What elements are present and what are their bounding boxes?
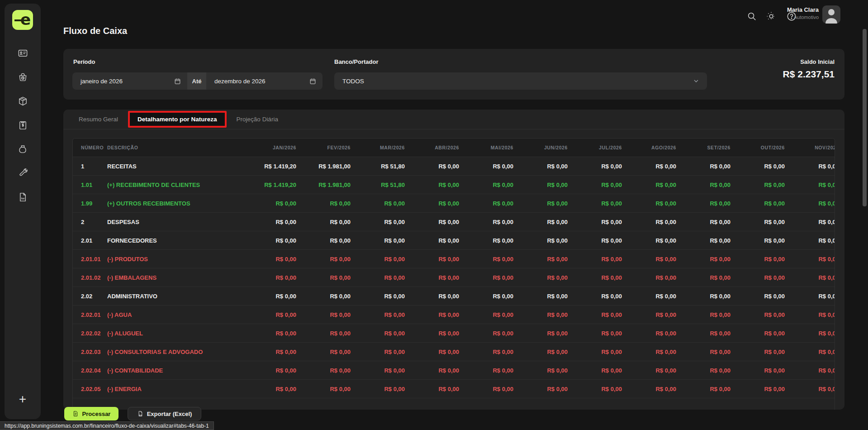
row-description: (+) RECEBIMENTO DE CLIENTES: [107, 182, 245, 188]
row-description: RECEITAS: [107, 163, 245, 170]
row-month-value: R$ 0,00: [408, 274, 462, 281]
search-icon[interactable]: [747, 11, 757, 21]
theme-sun-icon[interactable]: [766, 11, 776, 21]
row-description: ADMINISTRATIVO: [107, 293, 245, 300]
row-month-value: R$ 0,00: [462, 237, 516, 244]
table-row: 2.02.04(-) CONTABILIDADER$ 0,00R$ 0,00R$…: [73, 361, 835, 380]
row-month-value: R$ 0,00: [733, 330, 787, 337]
document-icon: [72, 411, 79, 417]
vertical-scrollbar[interactable]: [863, 29, 867, 206]
row-description: (-) ENERGIA: [107, 386, 245, 392]
money-bag-icon[interactable]: [18, 144, 28, 154]
row-month-value: R$ 0,00: [570, 386, 625, 392]
table-row: 2.02.05(-) ENERGIAR$ 0,00R$ 0,00R$ 0,00R…: [73, 380, 835, 398]
row-month-value: R$ 0,00: [245, 330, 299, 337]
row-month-value: R$ 0,00: [679, 219, 733, 225]
app-logo[interactable]: e: [12, 10, 33, 30]
column-header: DESCRIÇÃO: [107, 145, 245, 150]
row-month-value: R$ 0,00: [353, 293, 408, 300]
package-icon[interactable]: [18, 96, 28, 106]
row-month-value: R$ 0,00: [625, 386, 679, 392]
row-month-value: R$ 0,00: [353, 367, 408, 374]
column-header: SET/2026: [679, 145, 733, 150]
row-month-value: R$ 0,00: [679, 367, 733, 374]
bank-select[interactable]: TODOS: [334, 72, 707, 90]
row-month-value: R$ 0,00: [787, 349, 835, 355]
table-row: 1RECEITASR$ 1.419,20R$ 1.981,00R$ 51,80R…: [73, 157, 835, 176]
row-month-value: R$ 0,00: [787, 330, 835, 337]
tab-projecao-diaria[interactable]: Projeção Diária: [231, 112, 284, 126]
process-button[interactable]: Processar: [64, 407, 119, 420]
row-month-value: R$ 0,00: [299, 237, 353, 244]
report-file-icon[interactable]: [18, 192, 28, 202]
row-month-value: R$ 0,00: [679, 237, 733, 244]
row-month-value: R$ 0,00: [408, 182, 462, 188]
column-header: NÚMERO: [73, 145, 107, 150]
row-month-value: R$ 0,00: [408, 256, 462, 263]
row-month-value: R$ 0,00: [570, 349, 625, 355]
user-subtitle: Automotivo: [787, 14, 819, 20]
tab-detalhamento-por-natureza[interactable]: Detalhamento por Natureza: [128, 111, 227, 128]
row-month-value: R$ 0,00: [733, 349, 787, 355]
row-description: (-) CONTABILIDADE: [107, 367, 245, 374]
row-month-value: R$ 0,00: [570, 311, 625, 318]
row-month-value: R$ 0,00: [733, 367, 787, 374]
cashflow-card: Resumo Geral Detalhamento por Natureza P…: [63, 110, 844, 410]
invoice-clipboard-icon[interactable]: [18, 120, 28, 130]
row-month-value: R$ 0,00: [299, 330, 353, 337]
calendar-icon[interactable]: [309, 78, 316, 85]
row-month-value: R$ 0,00: [245, 200, 299, 207]
row-month-value: R$ 1.419,20: [245, 182, 299, 188]
row-month-value: R$ 0,00: [625, 219, 679, 225]
row-month-value: R$ 0,00: [679, 200, 733, 207]
calendar-icon[interactable]: [174, 78, 181, 85]
row-month-value: R$ 0,00: [625, 274, 679, 281]
row-number: 2.02.05: [73, 386, 107, 392]
row-number: 2.02.01: [73, 311, 107, 318]
row-month-value: R$ 0,00: [625, 163, 679, 170]
row-month-value: R$ 0,00: [787, 163, 835, 170]
row-month-value: R$ 0,00: [408, 219, 462, 225]
row-month-value: R$ 1.419,20: [245, 163, 299, 170]
row-month-value: R$ 0,00: [462, 163, 516, 170]
row-month-value: R$ 0,00: [299, 367, 353, 374]
tab-resumo-geral[interactable]: Resumo Geral: [73, 112, 123, 126]
row-month-value: R$ 0,00: [516, 386, 570, 392]
row-month-value: R$ 0,00: [408, 367, 462, 374]
basket-clock-icon[interactable]: [18, 72, 28, 82]
table-header-row: NÚMERODESCRIÇÃOJAN/2026FEV/2026MAR/2026A…: [73, 139, 835, 157]
user-menu[interactable]: Maria Clara Automotivo: [787, 6, 819, 20]
row-month-value: R$ 0,00: [679, 311, 733, 318]
row-description: DESPESAS: [107, 219, 245, 225]
period-to-value: dezembro de 2026: [214, 78, 266, 85]
row-month-value: R$ 0,00: [462, 311, 516, 318]
row-month-value: R$ 0,00: [299, 200, 353, 207]
table-row: 2.02.01(-) AGUAR$ 0,00R$ 0,00R$ 0,00R$ 0…: [73, 306, 835, 324]
row-month-value: R$ 0,00: [516, 256, 570, 263]
row-month-value: R$ 0,00: [299, 274, 353, 281]
period-from-input[interactable]: janeiro de 2026: [72, 72, 187, 90]
row-month-value: R$ 0,00: [516, 367, 570, 374]
tabbar: Resumo Geral Detalhamento por Natureza P…: [63, 110, 844, 129]
row-month-value: R$ 0,00: [570, 256, 625, 263]
row-number: 2.01.02: [73, 274, 107, 281]
sidebar: e +: [5, 4, 41, 419]
chevron-down-icon: [693, 77, 700, 85]
period-from-value: janeiro de 2026: [81, 78, 123, 85]
row-month-value: R$ 0,00: [353, 200, 408, 207]
avatar[interactable]: [822, 5, 840, 24]
initial-balance-value: R$ 2.237,51: [783, 69, 835, 80]
row-month-value: R$ 0,00: [462, 293, 516, 300]
row-month-value: R$ 0,00: [462, 256, 516, 263]
add-button[interactable]: +: [5, 393, 41, 406]
row-month-value: R$ 0,00: [462, 349, 516, 355]
wrench-icon[interactable]: [18, 168, 28, 178]
row-month-value: R$ 0,00: [299, 219, 353, 225]
row-month-value: R$ 0,00: [625, 256, 679, 263]
period-to-input[interactable]: dezembro de 2026: [206, 72, 323, 90]
row-month-value: R$ 0,00: [516, 200, 570, 207]
row-month-value: R$ 0,00: [245, 237, 299, 244]
contact-card-icon[interactable]: [18, 48, 28, 58]
export-excel-button[interactable]: XLS Exportar (Excel): [128, 407, 201, 420]
row-month-value: R$ 0,00: [245, 386, 299, 392]
